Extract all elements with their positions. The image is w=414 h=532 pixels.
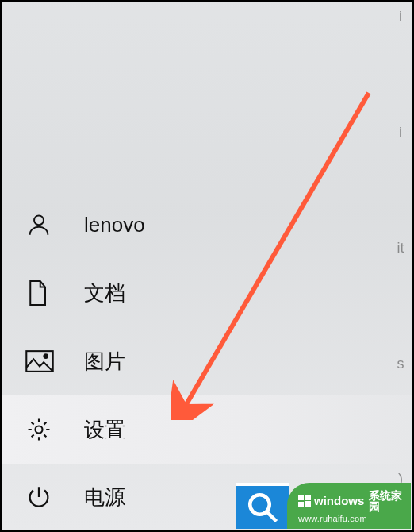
svg-line-6: [267, 512, 277, 522]
start-item-label: 电源: [84, 484, 125, 511]
svg-point-2: [44, 354, 48, 358]
start-item-label: 图片: [84, 348, 125, 376]
svg-rect-7: [298, 495, 304, 500]
svg-rect-9: [298, 502, 304, 507]
start-menu-panel: lenovo 文档 图片: [2, 2, 412, 530]
start-item-settings[interactable]: 设置: [2, 395, 412, 464]
document-icon: [25, 279, 70, 307]
search-icon: [246, 491, 279, 524]
svg-point-5: [250, 495, 270, 515]
watermark-url: www.ruhaifu.com: [298, 515, 404, 524]
pictures-icon: [25, 349, 70, 373]
svg-rect-10: [305, 501, 311, 507]
windows-logo-icon: [298, 495, 311, 507]
start-item-pictures[interactable]: 图片: [2, 327, 412, 395]
taskbar-search-tile[interactable]: [236, 483, 289, 529]
power-icon: [25, 484, 70, 511]
settings-icon: [25, 416, 70, 443]
start-item-label: lenovo: [84, 213, 145, 237]
svg-point-0: [34, 215, 44, 225]
right-edge-text-fragments: i i it s ): [393, 10, 408, 486]
svg-rect-8: [305, 495, 311, 500]
start-menu-list: lenovo 文档 图片: [2, 191, 412, 530]
watermark-brand: windows: [314, 495, 364, 507]
watermark-badge: windows 系统家园 www.ruhaifu.com: [287, 483, 411, 529]
start-item-label: 设置: [84, 416, 125, 444]
start-item-label: 文档: [84, 279, 125, 307]
user-icon: [25, 211, 70, 238]
svg-point-3: [35, 426, 42, 433]
watermark-brand-zh: 系统家园: [369, 490, 404, 513]
start-item-documents[interactable]: 文档: [2, 259, 412, 327]
start-item-user[interactable]: lenovo: [2, 191, 412, 259]
